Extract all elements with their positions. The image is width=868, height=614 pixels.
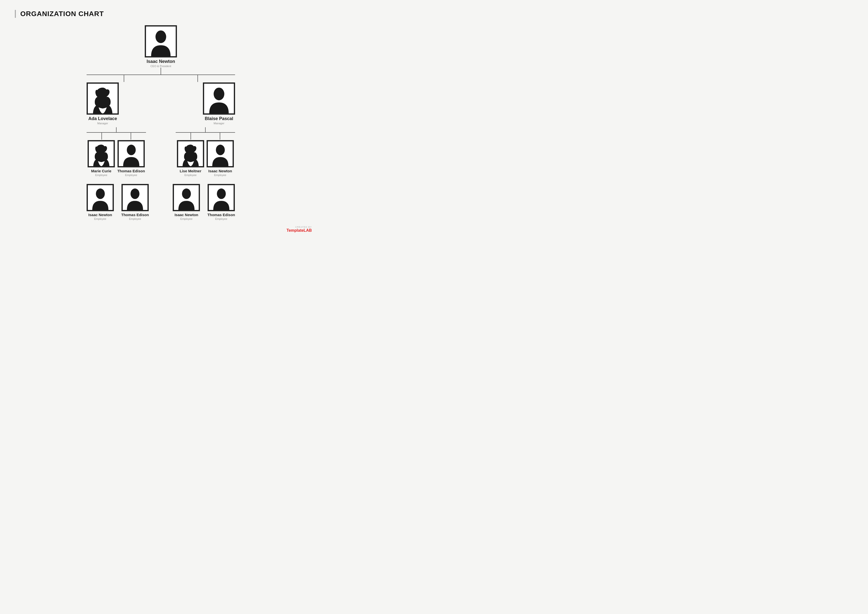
- bottom-node-0: Isaac Newton Employee: [87, 184, 114, 220]
- blaise-employees-row: Lise Meitner Employee Isaac Newton Emplo…: [177, 140, 234, 177]
- blaise-role: Manager: [214, 122, 224, 125]
- ada-name: Ada Lovelace: [88, 116, 117, 121]
- bottom-photo-1: [121, 184, 149, 211]
- blaise-photo: [203, 82, 235, 115]
- bottom-right-group: Isaac Newton Employee Thomas Edison Empl…: [173, 184, 235, 220]
- connector-left-down: [124, 75, 124, 82]
- bottom-left-group: Isaac Newton Employee Thomas Edison Empl…: [87, 184, 149, 220]
- lise-role: Employee: [184, 174, 197, 177]
- bottom-photo-3: [208, 184, 235, 211]
- connector-ceo-down: [161, 68, 161, 75]
- page-title: ORGANIZATION CHART: [15, 10, 307, 18]
- bottom-name-2: Isaac Newton: [174, 213, 198, 217]
- ada-employees-group: Marie Curie Employee Thomas Edison Emplo…: [87, 127, 146, 177]
- brand-name: TemplateLAB: [287, 228, 312, 233]
- isaac-emp-photo: [207, 140, 234, 167]
- marie-photo: [88, 140, 115, 167]
- ceo-level: Isaac Newton CEO & President: [145, 25, 177, 68]
- brand-prefix: Template: [287, 228, 304, 233]
- blaise-h-conn: [176, 132, 235, 133]
- bottom-node-3: Thomas Edison Employee: [207, 184, 235, 220]
- isaac-emp-name: Isaac Newton: [208, 169, 232, 173]
- lise-photo: [177, 140, 204, 167]
- ceo-name: Isaac Newton: [146, 59, 175, 64]
- blaise-left-down: [191, 132, 191, 140]
- bottom-node-2: Isaac Newton Employee: [173, 184, 200, 220]
- blaise-right-down: [220, 132, 220, 140]
- bottom-role-1: Employee: [129, 218, 141, 220]
- ada-employees-row: Marie Curie Employee Thomas Edison Emplo…: [88, 140, 145, 177]
- manager-ada-group: Ada Lovelace Manager: [87, 82, 119, 125]
- brand-label: TemplateLAB: [287, 228, 312, 233]
- connector-h-lvl2: [87, 75, 235, 75]
- ada-h-conn: [87, 132, 146, 133]
- manager-blaise-group: Blaise Pascal Manager: [203, 82, 235, 125]
- ada-conn-down: [116, 127, 116, 132]
- isaac-emp-role: Employee: [214, 174, 226, 177]
- bottom-name-0: Isaac Newton: [88, 213, 112, 217]
- watermark: CREATED BY TemplateLAB: [287, 226, 312, 233]
- ceo-photo: [145, 25, 177, 58]
- connector-right-down: [197, 75, 198, 82]
- employee-lise-node: Lise Meitner Employee: [177, 140, 204, 177]
- thomas1-name: Thomas Edison: [117, 169, 145, 173]
- employee-isaac-node: Isaac Newton Employee: [207, 140, 234, 177]
- bottom-photo-2: [173, 184, 200, 211]
- thomas1-role: Employee: [125, 174, 137, 177]
- thomas1-photo: [118, 140, 145, 167]
- bottom-role-3: Employee: [215, 218, 227, 220]
- bottom-name-1: Thomas Edison: [121, 213, 149, 217]
- ada-photo: [87, 82, 119, 115]
- org-chart: Isaac Newton CEO & President Ada Lovelac…: [15, 25, 307, 220]
- bottom-name-3: Thomas Edison: [207, 213, 235, 217]
- ada-role: Manager: [97, 122, 108, 125]
- bottom-node-1: Thomas Edison Employee: [121, 184, 149, 220]
- managers-row: Ada Lovelace Manager Blaise Pascal Manag…: [87, 82, 235, 125]
- bottom-row-area: Isaac Newton Employee Thomas Edison Empl…: [87, 184, 235, 220]
- blaise-name: Blaise Pascal: [205, 116, 233, 121]
- lise-name: Lise Meitner: [180, 169, 202, 173]
- ada-left-down: [101, 132, 102, 140]
- brand-suffix: LAB: [304, 228, 312, 233]
- employee-marie-node: Marie Curie Employee: [88, 140, 115, 177]
- ceo-node: Isaac Newton CEO & President: [145, 25, 177, 68]
- bottom-photo-0: [87, 184, 114, 211]
- created-by-label: CREATED BY: [287, 226, 312, 228]
- bottom-role-2: Employee: [180, 218, 192, 220]
- ada-right-down: [131, 132, 131, 140]
- marie-role: Employee: [95, 174, 107, 177]
- employee-thomas1-node: Thomas Edison Employee: [117, 140, 145, 177]
- bottom-role-0: Employee: [94, 218, 106, 220]
- blaise-conn-down: [205, 127, 206, 132]
- manager-ada-node: Ada Lovelace Manager: [87, 82, 119, 125]
- marie-name: Marie Curie: [91, 169, 112, 173]
- blaise-employees-group: Lise Meitner Employee Isaac Newton Emplo…: [176, 127, 235, 177]
- level3-area: Marie Curie Employee Thomas Edison Emplo…: [87, 127, 235, 177]
- manager-blaise-node: Blaise Pascal Manager: [203, 82, 235, 125]
- ceo-role: CEO & President: [150, 65, 171, 68]
